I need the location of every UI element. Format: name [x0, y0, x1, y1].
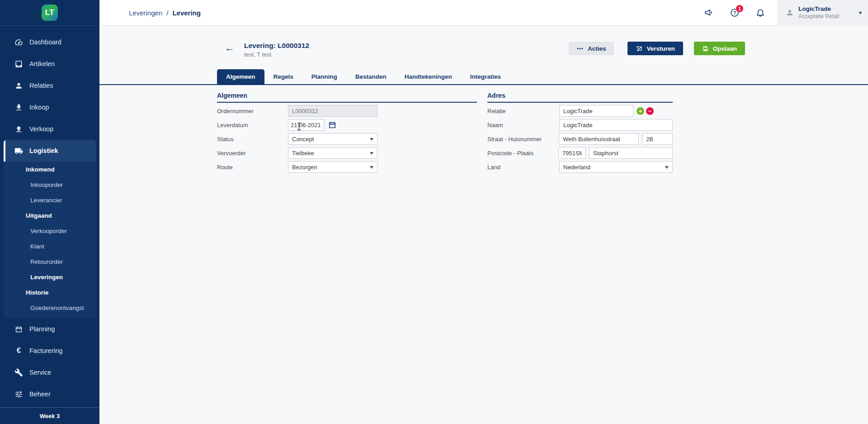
sidebar-item-label: Service [29, 369, 51, 376]
sidebar-item-label: Verkoop [29, 125, 53, 133]
field-row-relatie: Relatie + − [487, 105, 673, 117]
sidebar-item-inkoop[interactable]: Inkoop [0, 96, 99, 118]
tab-bar: Algemeen Regels Planning Bestanden Handt… [217, 69, 510, 84]
sidebar: LT Dashboard Artikelen Relaties Inkoop V… [0, 0, 99, 424]
tab-handtekeningen[interactable]: Handtekeningen [396, 69, 461, 84]
sidebar-item-service[interactable]: Service [0, 362, 99, 383]
wrench-icon [14, 368, 23, 377]
datepicker-button[interactable] [327, 120, 337, 130]
field-row-vervoerder: Vervoerder Tielbeke [217, 147, 477, 159]
tab-algemeen[interactable]: Algemeen [217, 69, 264, 84]
vervoerder-select[interactable]: Tielbeke [288, 147, 377, 159]
field-label: Straat - Huisnummer [487, 136, 559, 143]
field-row-leverdatum: Leverdatum [217, 119, 477, 131]
notification-badge: 1 [736, 5, 743, 12]
field-label: Ordernummer [217, 108, 288, 114]
tab-regels[interactable]: Regels [264, 69, 302, 84]
inbox-icon [14, 60, 23, 68]
gauge-icon [14, 38, 23, 47]
versturen-button[interactable]: Versturen [627, 42, 683, 55]
submenu-header-historie: Historie [4, 285, 96, 300]
calendar-icon [14, 325, 23, 333]
ordernummer-field [288, 105, 377, 117]
help-button[interactable]: ? 1 [729, 7, 740, 18]
announcements-button[interactable] [703, 7, 714, 18]
tab-planning[interactable]: Planning [302, 69, 346, 84]
sidebar-item-label: Planning [29, 325, 55, 333]
remove-relatie-button[interactable]: − [646, 107, 654, 115]
user-menu[interactable]: LogicTrade Acceptatie Retail ▾ [778, 0, 868, 26]
back-button[interactable]: ← [223, 42, 236, 54]
user-name: LogicTrade [798, 5, 854, 13]
user-texts: LogicTrade Acceptatie Retail [798, 5, 854, 20]
section-title-algemeen: Algemeen [217, 92, 477, 103]
breadcrumb: Leveringen / Levering [99, 9, 201, 17]
back-arrow-icon: ← [225, 42, 235, 54]
relatie-field[interactable] [559, 105, 633, 117]
minus-icon: − [648, 108, 652, 114]
sidebar-item-leveringen[interactable]: Leveringen [4, 269, 96, 285]
acties-button[interactable]: ••• Acties [569, 42, 614, 55]
field-label: Postcode - Plaats [487, 150, 558, 157]
field-label: Naam [487, 122, 559, 129]
opslaan-label: Opslaan [713, 45, 737, 52]
sidebar-item-planning[interactable]: Planning [0, 318, 99, 340]
plaats-field[interactable] [589, 147, 673, 159]
sidebar-item-leverancier[interactable]: Leverancier [4, 192, 96, 208]
download-icon [14, 103, 23, 112]
tab-integraties[interactable]: Integraties [461, 69, 510, 84]
sidebar-item-dashboard[interactable]: Dashboard [0, 31, 99, 53]
leverdatum-field[interactable] [288, 119, 324, 131]
status-value: Concept [292, 136, 314, 143]
tab-bestanden[interactable]: Bestanden [346, 69, 396, 84]
route-select[interactable]: Bezorgen [288, 161, 377, 173]
sidebar-item-label: Inkoop [29, 104, 49, 111]
sidebar-item-logistiek[interactable]: Logistiek [4, 140, 96, 162]
breadcrumb-parent[interactable]: Leveringen [129, 9, 162, 17]
chevron-down-icon [370, 166, 373, 171]
breadcrumb-current: Levering [172, 9, 201, 17]
ellipsis-icon: ••• [577, 46, 584, 51]
svg-text:?: ? [733, 10, 736, 15]
sidebar-item-klant[interactable]: Klant [4, 238, 96, 254]
add-relatie-button[interactable]: + [637, 107, 644, 115]
naam-field[interactable] [559, 119, 673, 131]
chevron-down-icon [370, 152, 373, 157]
megaphone-icon [704, 8, 714, 18]
topbar: Leveringen / Levering ? 1 LogicTrade Acc… [99, 0, 868, 26]
user-avatar-icon [786, 9, 794, 17]
sidebar-item-facturering[interactable]: € Facturering [0, 340, 99, 362]
huisnummer-field[interactable] [642, 133, 673, 145]
field-label: Leverdatum [217, 122, 288, 129]
postcode-field[interactable] [558, 147, 586, 159]
page-header: ← Levering: L0000312 test, T test ••• Ac… [217, 42, 745, 58]
sidebar-item-verkoop[interactable]: Verkoop [0, 118, 99, 140]
sidebar-item-label: Logistiek [29, 147, 58, 154]
action-buttons: ••• Acties Versturen Opslaan [569, 42, 745, 55]
sidebar-item-goederenontvangst[interactable]: Goederenontvangst [4, 300, 96, 315]
acties-label: Acties [588, 45, 606, 52]
field-row-land: Land Nederland [487, 161, 673, 173]
section-title-adres: Adres [487, 92, 673, 103]
logictrade-logo[interactable]: LT [42, 5, 58, 21]
send-mail-icon [636, 45, 642, 52]
page-subtitle: test, T test [244, 51, 309, 58]
section-adres: Adres Relatie + − Naam Straat - Huisnumm… [487, 92, 673, 173]
field-row-straat-huisnummer: Straat - Huisnummer [487, 133, 673, 145]
opslaan-button[interactable]: Opslaan [694, 42, 745, 55]
status-select[interactable]: Concept [288, 133, 377, 145]
straat-field[interactable] [559, 133, 639, 145]
notifications-button[interactable] [755, 7, 766, 18]
sidebar-item-verkooporder[interactable]: Verkooporder [4, 223, 96, 238]
chevron-down-icon: ▾ [859, 10, 862, 16]
sidebar-item-beheer[interactable]: Beheer [0, 383, 99, 405]
submenu-header-inkomend: Inkomend [4, 162, 96, 177]
calendar-icon [328, 120, 337, 129]
sidebar-item-relaties[interactable]: Relaties [0, 75, 99, 96]
plus-icon: + [639, 108, 642, 114]
sidebar-item-retourorder[interactable]: Retourorder [4, 254, 96, 269]
week-indicator: Week 3 [0, 407, 99, 424]
sidebar-item-inkooporder[interactable]: Inkooporder [4, 177, 96, 192]
land-select[interactable]: Nederland [559, 161, 673, 173]
sidebar-item-artikelen[interactable]: Artikelen [0, 53, 99, 75]
